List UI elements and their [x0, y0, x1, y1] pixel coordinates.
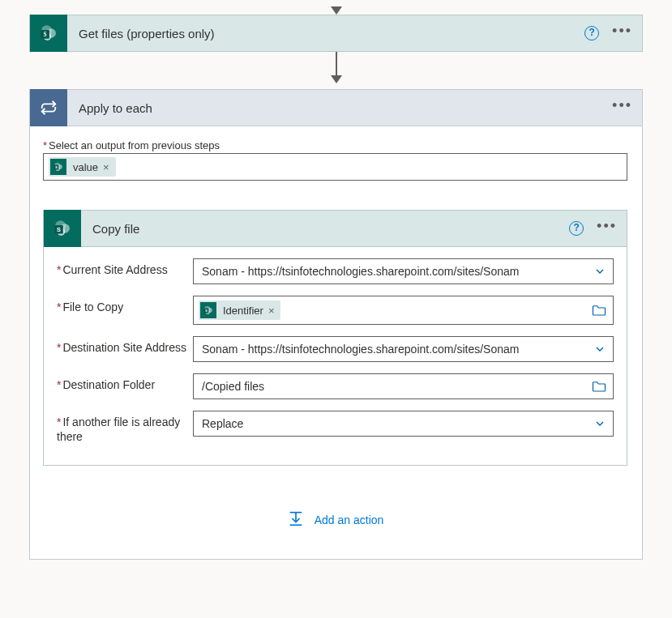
value-dest-site: Sonam - https://tsinfotechnologies.share… [202, 343, 519, 356]
help-icon[interactable]: ? [569, 221, 584, 236]
svg-text:S: S [205, 309, 208, 313]
copy-file-body: *Current Site Address Sonam - https://ts… [43, 247, 627, 466]
select-output-label: *Select an output from previous steps [43, 139, 627, 151]
action-copy-file-header[interactable]: S Copy file ? ••• [43, 210, 627, 247]
action-get-files-header[interactable]: S Get files (properties only) ? ••• [29, 15, 643, 52]
value-if-exists: Replace [202, 417, 243, 430]
action-title: Copy file [81, 222, 569, 236]
sharepoint-icon: S [200, 302, 216, 318]
loop-icon [30, 89, 67, 126]
input-if-exists[interactable]: Replace [193, 411, 614, 437]
sharepoint-icon: S [30, 15, 67, 52]
value-dest-folder: /Copied files [202, 380, 264, 393]
token-value[interactable]: S value × [49, 157, 116, 177]
help-icon[interactable]: ? [584, 26, 599, 40]
chevron-down-icon[interactable] [593, 417, 606, 430]
chevron-down-icon[interactable] [593, 343, 606, 356]
more-menu-icon[interactable]: ••• [597, 219, 617, 238]
folder-picker-icon[interactable] [592, 380, 606, 393]
token-label: Identifier [223, 305, 263, 317]
select-output-input[interactable]: S value × [43, 153, 627, 181]
label-file-to-copy: *File to Copy [57, 296, 193, 315]
add-action-icon [287, 509, 305, 530]
label-current-site: *Current Site Address [57, 258, 193, 278]
action-copy-file: S Copy file ? ••• *Current Site Address … [43, 210, 627, 466]
input-current-site[interactable]: Sonam - https://tsinfotechnologies.share… [193, 258, 614, 284]
sharepoint-icon: S [44, 210, 81, 247]
token-label: value [73, 161, 98, 173]
add-action-label: Add an action [315, 514, 384, 526]
svg-text:S: S [44, 31, 47, 38]
more-menu-icon[interactable]: ••• [612, 23, 632, 43]
chevron-down-icon[interactable] [593, 265, 606, 278]
label-dest-folder: *Destination Folder [57, 373, 193, 393]
apply-to-each-body: *Select an output from previous steps S … [29, 126, 643, 560]
add-action-button[interactable]: Add an action [287, 509, 384, 530]
action-title: Apply to each [67, 101, 612, 115]
connector-arrow-top [29, 6, 643, 15]
label-if-exists: *If another file is already there [57, 411, 193, 444]
label-dest-site: *Destination Site Address [57, 336, 193, 356]
value-current-site: Sonam - https://tsinfotechnologies.share… [202, 265, 519, 278]
svg-text:S: S [55, 165, 58, 169]
action-title: Get files (properties only) [67, 27, 584, 40]
svg-text:S: S [57, 226, 61, 233]
remove-token-icon[interactable]: × [268, 305, 275, 317]
input-dest-folder[interactable]: /Copied files [193, 373, 614, 399]
action-apply-to-each-header[interactable]: Apply to each ••• [29, 89, 643, 126]
more-menu-icon[interactable]: ••• [612, 98, 632, 117]
token-identifier[interactable]: S Identifier × [199, 300, 280, 320]
folder-picker-icon[interactable] [592, 304, 606, 317]
input-file-to-copy[interactable]: S Identifier × [193, 296, 614, 325]
connector-arrow [29, 52, 643, 89]
sharepoint-icon: S [50, 159, 66, 175]
input-dest-site[interactable]: Sonam - https://tsinfotechnologies.share… [193, 336, 614, 362]
remove-token-icon[interactable]: × [103, 161, 109, 173]
